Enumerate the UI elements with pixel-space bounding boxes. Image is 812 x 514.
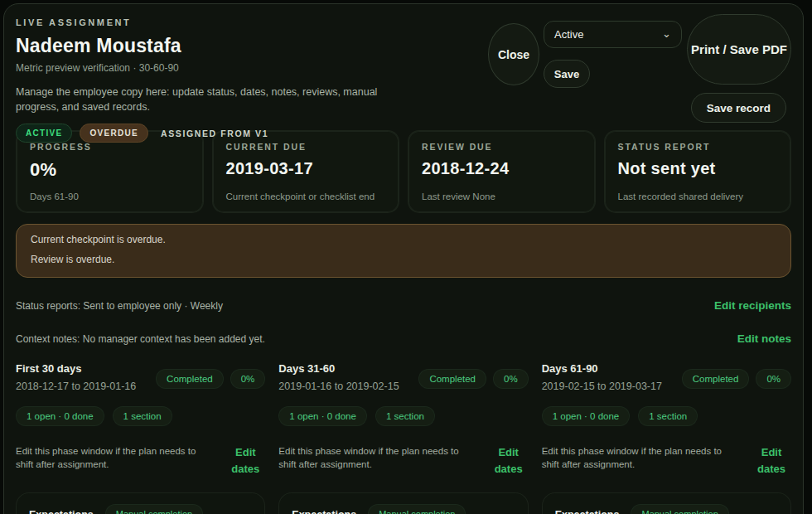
expectations-title: Expectations xyxy=(555,509,620,514)
expectations-card-phase-1: Expectations Manual completion All requi… xyxy=(16,492,265,514)
stat-label: PROGRESS xyxy=(30,142,190,152)
stat-subtext: Days 61-90 xyxy=(30,192,190,201)
close-button[interactable]: Close xyxy=(488,23,539,85)
expectations-title: Expectations xyxy=(292,509,356,514)
edit-dates-link[interactable]: Edit dates xyxy=(489,444,529,477)
pill-manual-completion: Manual completion xyxy=(105,504,203,514)
status-reports-row: Status reports: Sent to employee only · … xyxy=(16,299,791,312)
phase-block-first-30-days: First 30 days 2018-12-17 to 2019-01-16 C… xyxy=(16,362,265,477)
status-badge-active: ACTIVE xyxy=(16,124,72,143)
assignment-modal: LIVE ASSIGNMENT Nadeem Moustafa Metric p… xyxy=(3,3,804,514)
expectations-card-phase-3: Expectations Manual completion All requi… xyxy=(542,492,791,514)
header-actions: Close Active ⌄ Save Print / Save PDF Sav… xyxy=(473,17,791,133)
status-select[interactable]: Active ⌄ xyxy=(544,21,682,48)
phase-range: 2019-02-15 to 2019-03-17 xyxy=(542,381,662,392)
alert-line-checkpoint: Current checkpoint is overdue. xyxy=(31,234,776,245)
phase-hint: Edit this phase window if the plan needs… xyxy=(16,444,208,477)
phase-range: 2018-12-17 to 2019-01-16 xyxy=(16,381,136,392)
phase-section-pill: 1 section xyxy=(638,406,698,426)
phase-hint: Edit this phase window if the plan needs… xyxy=(542,444,734,477)
stat-value: 2018-12-24 xyxy=(422,159,582,178)
edit-notes-link[interactable]: Edit notes xyxy=(737,332,791,345)
phase-open-done-pill: 1 open · 0 done xyxy=(278,406,367,426)
phase-section-pill: 1 section xyxy=(375,406,435,426)
edit-dates-link[interactable]: Edit dates xyxy=(225,444,265,477)
phase-percent-pill: 0% xyxy=(230,369,266,389)
assignment-description: Manage the employee copy here: update st… xyxy=(16,85,412,114)
print-save-pdf-button[interactable]: Print / Save PDF xyxy=(687,14,791,85)
status-reports-summary: Status reports: Sent to employee only · … xyxy=(16,300,223,312)
edit-recipients-link[interactable]: Edit recipients xyxy=(714,299,791,312)
save-record-button[interactable]: Save record xyxy=(691,93,786,123)
phases-grid: First 30 days 2018-12-17 to 2019-01-16 C… xyxy=(16,362,791,477)
pill-manual-completion: Manual completion xyxy=(368,504,466,514)
context-notes-summary: Context notes: No manager context has be… xyxy=(16,333,265,345)
stat-value: 0% xyxy=(30,159,190,181)
phase-title: First 30 days xyxy=(16,362,136,375)
status-badge-overdue: OVERDUE xyxy=(80,124,148,143)
phase-hint: Edit this phase window if the plan needs… xyxy=(278,444,471,477)
phase-range: 2019-01-16 to 2019-02-15 xyxy=(278,381,399,392)
header: LIVE ASSIGNMENT Nadeem Moustafa Metric p… xyxy=(16,17,791,127)
save-button[interactable]: Save xyxy=(544,60,590,88)
overdue-alert: Current checkpoint is overdue. Review is… xyxy=(16,224,791,278)
chevron-down-icon: ⌄ xyxy=(662,32,671,37)
stat-subtext: Last review None xyxy=(422,192,582,201)
stat-label: CURRENT DUE xyxy=(226,142,386,152)
status-select-value: Active xyxy=(554,28,583,41)
phase-title: Days 61-90 xyxy=(542,362,662,375)
stat-subtext: Current checkpoint or checklist end xyxy=(226,192,386,201)
phase-open-done-pill: 1 open · 0 done xyxy=(542,406,631,426)
expectations-title: Expectations xyxy=(29,509,94,514)
phase-title: Days 31-60 xyxy=(278,362,399,375)
context-notes-row: Context notes: No manager context has be… xyxy=(16,332,791,345)
stat-subtext: Last recorded shared delivery xyxy=(618,192,778,201)
phase-block-days-61-90: Days 61-90 2019-02-15 to 2019-03-17 Comp… xyxy=(542,362,791,477)
phase-status-pill: Completed xyxy=(156,369,224,389)
phase-status-pill: Completed xyxy=(682,369,750,389)
edit-dates-link[interactable]: Edit dates xyxy=(752,444,791,477)
phase-percent-pill: 0% xyxy=(493,369,529,389)
stat-label: REVIEW DUE xyxy=(422,142,582,152)
alert-line-review: Review is overdue. xyxy=(31,254,776,265)
phase-percent-pill: 0% xyxy=(756,369,791,389)
phase-section-pill: 1 section xyxy=(113,406,172,426)
phase-block-days-31-60: Days 31-60 2019-01-16 to 2019-02-15 Comp… xyxy=(278,362,528,477)
assigned-from-badge: ASSIGNED FROM V1 xyxy=(156,128,268,138)
phase-status-pill: Completed xyxy=(418,369,486,389)
phase-open-done-pill: 1 open · 0 done xyxy=(16,406,104,426)
pill-manual-completion: Manual completion xyxy=(631,504,728,514)
stat-label: STATUS REPORT xyxy=(618,142,778,152)
stat-value: 2019-03-17 xyxy=(226,159,386,178)
expectations-grid: Expectations Manual completion All requi… xyxy=(16,492,791,514)
stat-value: Not sent yet xyxy=(618,159,778,178)
expectations-card-phase-2: Expectations Manual completion All requi… xyxy=(278,492,528,514)
